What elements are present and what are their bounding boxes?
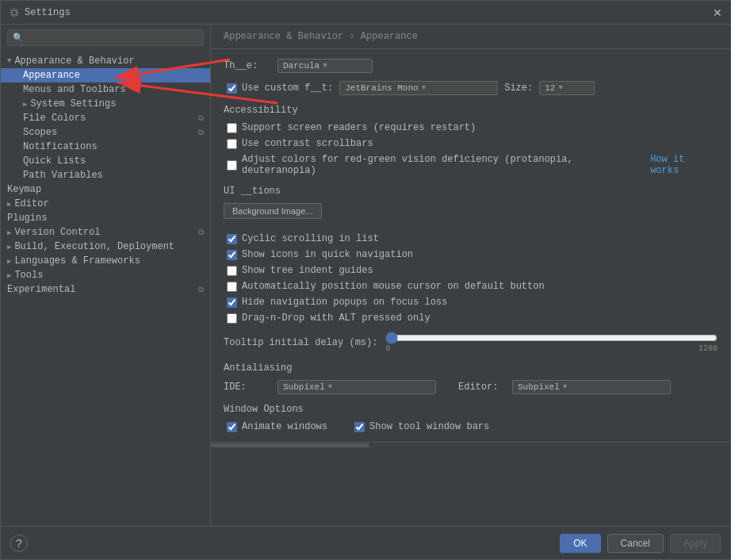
- sidebar-item-appearance-behavior[interactable]: ▼ Appearance & Behavior: [1, 54, 210, 68]
- window-options-row: Animate windows Show tool window bars: [224, 421, 718, 432]
- font-row: Use custom f__t: JetBrains Mono ▼ Size: …: [224, 81, 718, 95]
- window-title: Settings: [25, 7, 71, 18]
- antialiasing-row: IDE: Subpixel ▼ Editor: Subpixel ▼: [224, 380, 718, 394]
- editor-aa-label: Editor:: [458, 382, 506, 393]
- sidebar-label-path-variables: Path Variables: [23, 170, 103, 181]
- antialiasing-title: Antialiasing: [224, 362, 718, 374]
- drag-drop-checkbox[interactable]: [227, 313, 237, 324]
- show-tool-window-checkbox[interactable]: [354, 422, 365, 432]
- copy-icon-scopes: ⧉: [198, 128, 204, 137]
- auto-position-label: Automatically position mouse cursor on d…: [242, 281, 545, 292]
- ide-aa-value: Subpixel: [283, 382, 325, 392]
- auto-position-row: Automatically position mouse cursor on d…: [224, 281, 718, 292]
- how-it-works-link[interactable]: How it works: [650, 154, 718, 176]
- tree: ▼ Appearance & Behavior Appearance Menus…: [1, 51, 210, 526]
- dialog-buttons: OK Cancel Apply: [560, 534, 721, 553]
- font-dropdown[interactable]: JetBrains Mono ▼: [339, 81, 498, 95]
- ok-button[interactable]: OK: [560, 534, 600, 553]
- sidebar-item-keymap[interactable]: Keymap: [1, 182, 210, 197]
- tooltip-delay-slider[interactable]: [385, 332, 718, 344]
- sidebar-label-keymap: Keymap: [7, 184, 41, 195]
- show-icons-checkbox[interactable]: [227, 250, 237, 260]
- tooltip-delay-row: Tooltip initial delay (ms): 0 1200: [224, 332, 718, 353]
- cyclic-scrolling-label: Cyclic scrolling in list: [242, 233, 379, 244]
- sidebar-item-notifications[interactable]: Notifications: [1, 140, 210, 154]
- slider-max: 1200: [698, 344, 718, 353]
- cyclic-scrolling-checkbox[interactable]: [227, 234, 237, 244]
- hide-nav-row: Hide navigation popups on focus loss: [224, 297, 718, 308]
- sidebar-item-plugins[interactable]: Plugins: [1, 211, 210, 225]
- sidebar-label-system-settings: System Settings: [30, 98, 116, 109]
- tree-indent-checkbox[interactable]: [227, 266, 237, 276]
- sidebar-item-path-variables[interactable]: Path Variables: [1, 168, 210, 182]
- editor-arrow: ▶: [7, 200, 11, 209]
- settings-icon: [9, 7, 20, 18]
- adjust-colors-checkbox[interactable]: [227, 160, 237, 171]
- editor-aa-dropdown[interactable]: Subpixel ▼: [512, 380, 671, 394]
- sidebar-label-editor: Editor: [14, 198, 48, 209]
- sidebar-item-languages-frameworks[interactable]: ▶ Languages & Frameworks: [1, 254, 210, 268]
- ide-aa-dropdown[interactable]: Subpixel ▼: [277, 380, 436, 394]
- hide-nav-checkbox[interactable]: [227, 297, 237, 308]
- use-custom-font-checkbox[interactable]: [227, 83, 237, 94]
- size-value: 12: [545, 83, 555, 93]
- cyclic-scrolling-row: Cyclic scrolling in list: [224, 233, 718, 244]
- ide-aa-label: IDE:: [224, 382, 271, 393]
- breadcrumb-path: Appearance & Behavior: [224, 31, 343, 42]
- close-button[interactable]: ✕: [713, 6, 722, 19]
- size-dropdown-arrow: ▼: [558, 84, 562, 92]
- sidebar-item-experimental[interactable]: Experimental ⧉: [1, 282, 210, 297]
- sidebar-item-tools[interactable]: ▶ Tools: [1, 268, 210, 282]
- theme-dropdown[interactable]: Darcula ▼: [277, 59, 373, 73]
- animate-windows-checkbox[interactable]: [227, 422, 237, 432]
- theme-label: Th__e:: [224, 60, 271, 71]
- adjust-colors-row: Adjust colors for red-green vision defic…: [224, 154, 718, 176]
- auto-position-checkbox[interactable]: [227, 282, 237, 292]
- size-dropdown[interactable]: 12 ▼: [539, 81, 595, 95]
- ui-options-title: UI __tions: [224, 186, 718, 197]
- apply-button[interactable]: Apply: [670, 534, 721, 553]
- build-arrow: ▶: [7, 243, 11, 251]
- contrast-scrollbars-label: Use contrast scrollbars: [242, 138, 373, 149]
- system-settings-arrow: ▶: [23, 100, 27, 109]
- cancel-button[interactable]: Cancel: [607, 534, 664, 553]
- animate-windows-label: Animate windows: [242, 421, 327, 432]
- sidebar-label-version-control: Version Control: [14, 227, 100, 238]
- drag-drop-label: Drag-n-Drop with ALT pressed only: [242, 313, 431, 324]
- sidebar-label-menus-toolbars: Menus and Toolbars: [23, 84, 126, 95]
- sidebar: 🔍 ▼ Appearance & Behavior Appearance Men…: [1, 25, 211, 526]
- help-button[interactable]: ?: [10, 535, 28, 552]
- scrollbar-area[interactable]: [211, 442, 730, 448]
- background-image-button[interactable]: Background Image...: [224, 203, 322, 219]
- contrast-scrollbars-row: Use contrast scrollbars: [224, 138, 718, 149]
- screen-readers-checkbox[interactable]: [227, 123, 237, 133]
- sidebar-item-appearance[interactable]: Appearance: [1, 68, 210, 82]
- editor-aa-arrow: ▼: [563, 383, 567, 391]
- scrollbar-thumb[interactable]: [211, 443, 369, 447]
- sidebar-item-editor[interactable]: ▶ Editor: [1, 197, 210, 211]
- show-icons-label: Show icons in quick navigation: [242, 249, 413, 260]
- tools-arrow: ▶: [7, 271, 11, 280]
- copy-icon-file-colors: ⧉: [198, 114, 204, 123]
- sidebar-item-version-control[interactable]: ▶ Version Control ⧉: [1, 225, 210, 240]
- sidebar-label-plugins: Plugins: [7, 213, 47, 224]
- hide-nav-label: Hide navigation popups on focus loss: [242, 297, 447, 308]
- sidebar-label-appearance: Appearance: [23, 70, 80, 81]
- breadcrumb-separator: ›: [349, 31, 354, 42]
- sidebar-item-file-colors[interactable]: File Colors ⧉: [1, 111, 210, 125]
- version-control-arrow: ▶: [7, 228, 11, 237]
- use-custom-font-label: Use custom f__t:: [242, 82, 333, 94]
- contrast-scrollbars-checkbox[interactable]: [227, 139, 237, 149]
- sidebar-item-quick-lists[interactable]: Quick Lists: [1, 154, 210, 168]
- sidebar-item-scopes[interactable]: Scopes ⧉: [1, 125, 210, 140]
- font-value: JetBrains Mono: [345, 83, 418, 93]
- search-box[interactable]: 🔍: [7, 29, 204, 46]
- sidebar-item-menus-toolbars[interactable]: Menus and Toolbars: [1, 82, 210, 97]
- sidebar-item-build-execution[interactable]: ▶ Build, Execution, Deployment: [1, 240, 210, 254]
- tree-indent-row: Show tree indent guides: [224, 265, 718, 276]
- languages-arrow: ▶: [7, 257, 11, 266]
- sidebar-item-system-settings[interactable]: ▶ System Settings: [1, 97, 210, 111]
- sidebar-label-appearance-behavior: Appearance & Behavior: [14, 56, 134, 67]
- search-icon: 🔍: [13, 33, 24, 43]
- search-input[interactable]: [27, 33, 198, 43]
